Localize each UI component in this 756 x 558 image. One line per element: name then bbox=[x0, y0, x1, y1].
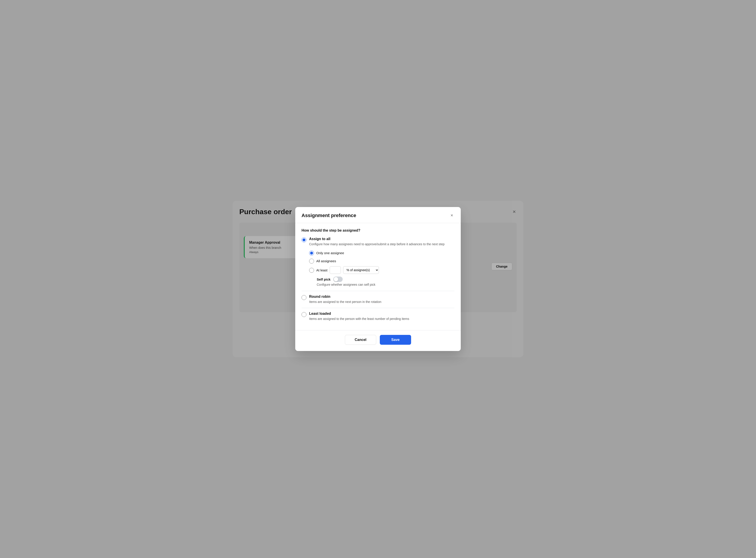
assign-to-all-label: Assign to all bbox=[309, 237, 444, 241]
divider-1 bbox=[301, 291, 455, 291]
sub-option-only-one: Only one assignee bbox=[309, 250, 455, 256]
option-assign-to-all: Assign to all Configure how many assigne… bbox=[301, 237, 455, 247]
at-least-label: At least bbox=[316, 268, 327, 272]
self-pick-desc: Configure whether assignees can self pic… bbox=[317, 283, 455, 286]
option-least-loaded: Least loaded Items are assigned to the p… bbox=[301, 312, 455, 321]
at-least-input[interactable] bbox=[330, 266, 341, 274]
radio-only-one[interactable] bbox=[309, 251, 314, 256]
modal-overlay: Assignment preference × How should the s… bbox=[0, 0, 756, 558]
option-round-robin: Round robin Items are assigned to the ne… bbox=[301, 295, 455, 304]
dialog-footer: Cancel Save bbox=[295, 330, 461, 351]
dialog-title: Assignment preference bbox=[301, 212, 356, 219]
radio-at-least[interactable] bbox=[309, 268, 314, 273]
sub-options: Only one assignee All assignees At least… bbox=[309, 250, 455, 286]
least-loaded-label: Least loaded bbox=[309, 312, 409, 316]
sub-option-at-least: At least % of assignee(s) bbox=[309, 266, 455, 274]
all-assignees-label: All assignees bbox=[316, 259, 336, 263]
radio-round-robin[interactable] bbox=[301, 295, 307, 300]
radio-all-assignees[interactable] bbox=[309, 259, 314, 263]
least-loaded-desc: Items are assigned to the person with th… bbox=[309, 316, 409, 321]
round-robin-label: Round robin bbox=[309, 295, 381, 299]
save-button[interactable]: Save bbox=[380, 335, 411, 345]
radio-assign-to-all[interactable] bbox=[301, 237, 307, 242]
sub-option-all-assignees: All assignees bbox=[309, 258, 455, 263]
self-pick-toggle[interactable] bbox=[333, 277, 343, 282]
dialog-body: How should the step be assigned? Assign … bbox=[295, 223, 461, 330]
dialog-header: Assignment preference × bbox=[295, 207, 461, 223]
cancel-button[interactable]: Cancel bbox=[345, 335, 376, 345]
dialog-close-button[interactable]: × bbox=[449, 212, 455, 219]
divider-2 bbox=[301, 308, 455, 308]
percent-select[interactable]: % of assignee(s) bbox=[343, 266, 379, 274]
round-robin-desc: Items are assigned to the next person in… bbox=[309, 300, 381, 304]
assignment-question: How should the step be assigned? bbox=[301, 228, 455, 232]
assignment-preference-dialog: Assignment preference × How should the s… bbox=[295, 207, 461, 351]
assign-to-all-desc: Configure how many assignees need to app… bbox=[309, 242, 444, 247]
only-one-label: Only one assignee bbox=[316, 251, 344, 255]
radio-least-loaded[interactable] bbox=[301, 312, 307, 317]
self-pick-section: Self pick Configure whether assignees ca… bbox=[317, 277, 455, 286]
self-pick-label: Self pick bbox=[317, 277, 331, 281]
